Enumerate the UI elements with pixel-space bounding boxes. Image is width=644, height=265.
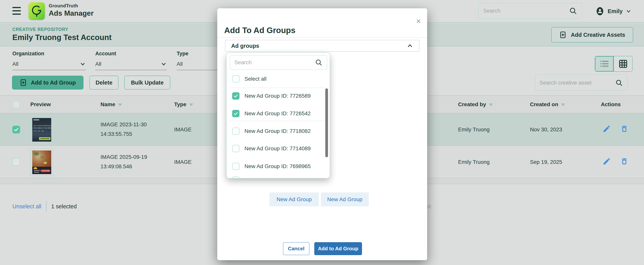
creative-type: IMAGE <box>174 127 192 133</box>
column-header-created-by[interactable]: Created by <box>458 101 493 108</box>
search-icon[interactable] <box>315 59 322 66</box>
add-creative-assets-button[interactable]: Add Creative Assets <box>551 27 633 43</box>
brand-line1: GroundTruth <box>49 4 94 8</box>
tacos-creative-image: JENNY'STACOS LOCATE NOW <box>32 150 51 174</box>
add-to-ad-groups-modal: Add To Ad Groups ✕ Ad groups Select all <box>217 8 427 260</box>
option-checkbox[interactable] <box>232 145 240 152</box>
created-by: Emily Truong <box>458 127 490 133</box>
account-filter: Account All <box>95 51 167 70</box>
bulk-update-button[interactable]: Bulk Update <box>124 76 170 90</box>
hamburger-menu-icon[interactable] <box>12 7 21 15</box>
chevron-down-icon <box>160 61 167 67</box>
delete-trash-icon[interactable] <box>620 157 628 166</box>
sort-caret-icon <box>489 104 493 106</box>
select-all-option[interactable]: Select all <box>227 70 330 88</box>
list-view-button[interactable] <box>595 56 614 71</box>
logo-pin-g-icon <box>31 5 42 17</box>
brand-text: GroundTruth Ads Manager <box>49 4 94 17</box>
selection-bar: Unselect all 1 selected <box>12 201 77 212</box>
option-checkbox[interactable] <box>232 127 240 135</box>
creative-name: IMAGE 2025-09-19 13:49:08.546 <box>100 152 147 171</box>
ad-group-search <box>230 55 327 70</box>
creative-repository-page: GroundTruth Ads Manager Emily CREATIVE R… <box>0 0 644 265</box>
sort-caret-icon <box>189 104 193 106</box>
option-checkbox[interactable] <box>232 176 240 178</box>
row-checkbox[interactable] <box>12 158 20 166</box>
ad-groups-dropdown: Select all New Ad Group ID: 7726589 New … <box>226 53 330 178</box>
user-name: Emily <box>608 8 622 15</box>
creative-preview-thumbnail[interactable]: Use Location Marketing to Drive Sales fo… <box>30 116 53 144</box>
creative-asset-search <box>535 75 628 91</box>
select-all-checkbox[interactable] <box>232 75 240 83</box>
locate-now-badge: LOCATE NOW <box>40 169 50 172</box>
modal-title: Add To Ad Groups <box>224 26 296 35</box>
account-filter-select[interactable]: All <box>95 61 167 70</box>
organization-filter: Organization All <box>12 51 86 70</box>
organization-filter-select[interactable]: All <box>12 61 86 70</box>
option-checkbox-checked[interactable] <box>232 92 240 100</box>
account-filter-label: Account <box>95 51 167 57</box>
bulk-update-label: Bulk Update <box>131 80 164 86</box>
global-search-input[interactable] <box>483 8 569 14</box>
column-header-created-on[interactable]: Created on <box>530 101 565 108</box>
delete-trash-icon[interactable] <box>620 125 628 134</box>
organization-filter-label: Organization <box>12 51 86 57</box>
ad-group-option[interactable]: New Ad Group ID: 7718082 <box>227 122 330 140</box>
page-title: Emily Truong Test Account <box>12 33 112 42</box>
learn-more-badge: LEARN MORE <box>39 137 50 140</box>
search-icon[interactable] <box>615 79 623 87</box>
sort-caret-icon <box>561 104 565 106</box>
ad-groups-select-label: Ad groups <box>231 43 259 49</box>
grid-view-button[interactable] <box>614 56 632 71</box>
chevron-up-icon <box>407 43 413 49</box>
delete-label: Delete <box>96 80 112 86</box>
selected-count: 1 selected <box>51 203 77 210</box>
plus-square-icon <box>559 31 567 39</box>
creative-asset-search-input[interactable] <box>540 80 615 86</box>
edit-pencil-icon[interactable] <box>602 125 611 134</box>
ad-group-option-partial[interactable]: New Ad Group ID: 7… <box>227 171 330 178</box>
unselect-all-link[interactable]: Unselect all <box>12 203 41 210</box>
dropdown-scrollbar[interactable] <box>325 88 328 157</box>
row-checkbox-checked[interactable] <box>12 126 20 133</box>
add-to-ad-group-submit-button[interactable]: Add to Ad Group <box>314 242 362 255</box>
divider <box>217 37 427 38</box>
delete-button[interactable]: Delete <box>90 76 118 90</box>
ad-group-option[interactable]: New Ad Group ID: 7726542 <box>227 105 330 122</box>
column-header-actions: Actions <box>601 101 621 108</box>
creative-name: IMAGE 2023-11-30 14:33:55.755 <box>100 120 147 139</box>
created-by: Emily Truong <box>458 159 490 165</box>
edit-pencil-icon[interactable] <box>602 157 611 166</box>
add-to-ad-group-label: Add to Ad Group <box>31 80 76 86</box>
new-ad-group-button[interactable]: New Ad Group <box>270 192 319 206</box>
close-icon[interactable]: ✕ <box>416 18 422 25</box>
creative-type: IMAGE <box>174 159 192 165</box>
ad-group-option[interactable]: New Ad Group ID: 7714089 <box>227 140 330 157</box>
option-checkbox[interactable] <box>232 163 240 170</box>
created-on: Sep 19, 2025 <box>530 159 562 165</box>
ad-group-option[interactable]: New Ad Group ID: 7726589 <box>227 87 330 105</box>
account-filter-value: All <box>95 61 101 67</box>
grid-view-icon <box>619 60 628 68</box>
select-all-rows-checkbox[interactable] <box>12 101 20 109</box>
new-ad-group-button[interactable]: New Ad Group <box>321 192 369 206</box>
check-icon <box>14 127 19 132</box>
column-header-name[interactable]: Name <box>100 101 122 108</box>
user-menu[interactable]: Emily <box>595 6 632 17</box>
divider <box>230 121 327 121</box>
search-icon[interactable] <box>569 7 577 15</box>
brand-line2: Ads Manager <box>49 10 94 17</box>
global-search <box>478 3 582 19</box>
option-checkbox-checked[interactable] <box>232 110 240 117</box>
cancel-button[interactable]: Cancel <box>283 242 310 255</box>
add-to-ad-group-button[interactable]: Add to Ad Group <box>12 76 84 90</box>
plus-square-icon <box>20 79 28 87</box>
creative-preview-thumbnail[interactable]: JENNY'STACOS LOCATE NOW <box>30 149 53 176</box>
column-header-type[interactable]: Type <box>174 101 193 108</box>
select-all-label: Select all <box>244 76 266 82</box>
ad-group-search-input[interactable] <box>234 59 315 66</box>
sort-caret-icon <box>118 104 122 106</box>
ad-groups-select[interactable]: Ad groups <box>225 40 420 52</box>
promo-creative-image: Use Location Marketing to Drive Sales fo… <box>32 118 51 142</box>
groundtruth-logo[interactable] <box>28 2 45 20</box>
